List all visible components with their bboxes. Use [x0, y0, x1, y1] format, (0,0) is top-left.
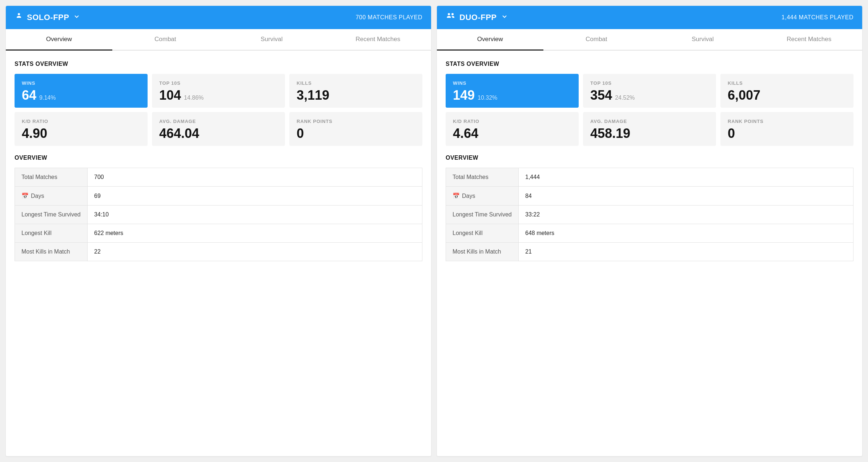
- duo-stat-value-row-5: 0: [728, 127, 735, 140]
- solo-stat-value-3: 4.90: [22, 127, 47, 140]
- solo-overview-row-value-4: 22: [88, 243, 422, 261]
- solo-stat-pct-0: 9.14%: [39, 95, 56, 101]
- solo-overview-row-label-2: Longest Time Survived: [15, 206, 88, 224]
- solo-stat-value-row-5: 0: [297, 127, 304, 140]
- duo-overview-row-value-2: 33:22: [519, 206, 853, 224]
- duo-stat-value-row-2: 6,007: [728, 89, 760, 102]
- solo-overview-row-value-0: 700: [88, 168, 422, 187]
- duo-overview-row-1: 📅Days84: [446, 187, 853, 206]
- duo-calendar-icon: 📅: [453, 193, 460, 199]
- solo-stat-label-2: KILLS: [297, 80, 312, 86]
- duo-stat-value-3: 4.64: [453, 127, 478, 140]
- duo-overview-row-label-1: 📅Days: [446, 187, 519, 206]
- solo-tab-overview[interactable]: Overview: [6, 29, 112, 51]
- duo-stats-overview-title: STATS OVERVIEW: [446, 61, 853, 67]
- solo-stat-card-top-10s: TOP 10S10414.86%: [152, 74, 285, 108]
- duo-overview-row-value-3: 648 meters: [519, 224, 853, 243]
- duo-tab-overview[interactable]: Overview: [437, 29, 543, 51]
- solo-stat-label-0: WINS: [22, 80, 35, 86]
- solo-overview-title: OVERVIEW: [15, 155, 422, 161]
- solo-stat-label-1: TOP 10S: [159, 80, 181, 86]
- duo-chevron-icon[interactable]: [502, 14, 507, 21]
- solo-stat-value-1: 104: [159, 89, 181, 102]
- solo-overview-row-value-2: 34:10: [88, 206, 422, 224]
- solo-stat-card-kills: KILLS3,119: [289, 74, 422, 108]
- solo-stat-card-avg--damage: AVG. DAMAGE464.04: [152, 112, 285, 146]
- duo-header-left: DUO-FPP: [446, 12, 507, 23]
- solo-stat-label-3: K/D RATIO: [22, 119, 48, 124]
- solo-stat-value-row-3: 4.90: [22, 127, 47, 140]
- duo-stat-pct-0: 10.32%: [478, 95, 497, 101]
- duo-stat-value-row-3: 4.64: [453, 127, 478, 140]
- solo-mode-label: SOLO-FPP: [27, 13, 69, 22]
- solo-calendar-icon: 📅: [21, 193, 29, 199]
- duo-stat-card-wins: WINS14910.32%: [446, 74, 579, 108]
- solo-stat-value-row-4: 464.04: [159, 127, 199, 140]
- solo-tab-combat[interactable]: Combat: [112, 29, 219, 51]
- solo-overview-row-2: Longest Time Survived34:10: [15, 206, 422, 224]
- solo-overview-row-3: Longest Kill622 meters: [15, 224, 422, 243]
- solo-tab-recent-matches[interactable]: Recent Matches: [325, 29, 431, 51]
- solo-stat-label-4: AVG. DAMAGE: [159, 119, 196, 124]
- duo-header: DUO-FPP1,444 MATCHES PLAYED: [437, 6, 862, 29]
- solo-overview-row-label-3: Longest Kill: [15, 224, 88, 243]
- solo-overview-row-value-1: 69: [88, 187, 422, 206]
- duo-overview-row-2: Longest Time Survived33:22: [446, 206, 853, 224]
- duo-overview-title: OVERVIEW: [446, 155, 853, 161]
- solo-stat-card-rank-points: RANK POINTS0: [289, 112, 422, 146]
- duo-overview-row-label-4: Most Kills in Match: [446, 243, 519, 261]
- duo-tab-survival[interactable]: Survival: [650, 29, 756, 51]
- duo-stat-value-2: 6,007: [728, 89, 760, 102]
- solo-overview-table: Total Matches700📅Days69Longest Time Surv…: [15, 168, 422, 261]
- duo-stat-value-0: 149: [453, 89, 475, 102]
- duo-body: STATS OVERVIEWWINS14910.32%TOP 10S35424.…: [437, 51, 862, 271]
- duo-mode-icon: [446, 12, 456, 23]
- solo-overview-row-4: Most Kills in Match22: [15, 243, 422, 261]
- solo-stat-value-2: 3,119: [297, 89, 329, 102]
- duo-overview-row-value-4: 21: [519, 243, 853, 261]
- solo-overview-row-label-1: 📅Days: [15, 187, 88, 206]
- duo-stat-card-k-d-ratio: K/D RATIO4.64: [446, 112, 579, 146]
- duo-stat-label-1: TOP 10S: [590, 80, 612, 86]
- solo-tab-survival[interactable]: Survival: [218, 29, 325, 51]
- solo-stat-label-5: RANK POINTS: [297, 119, 332, 124]
- solo-overview-row-0: Total Matches700: [15, 168, 422, 187]
- solo-stat-pct-1: 14.86%: [184, 95, 204, 101]
- duo-matches-played: 1,444 MATCHES PLAYED: [781, 14, 853, 21]
- solo-stat-card-wins: WINS649.14%: [15, 74, 148, 108]
- solo-overview-row-1: 📅Days69: [15, 187, 422, 206]
- duo-stat-card-top-10s: TOP 10S35424.52%: [583, 74, 716, 108]
- solo-stats-overview-title: STATS OVERVIEW: [15, 61, 422, 67]
- duo-stat-value-1: 354: [590, 89, 612, 102]
- duo-stat-value-row-4: 458.19: [590, 127, 630, 140]
- panel-duo: DUO-FPP1,444 MATCHES PLAYEDOverviewComba…: [437, 6, 862, 456]
- solo-overview-row-label-4: Most Kills in Match: [15, 243, 88, 261]
- panel-solo: SOLO-FPP700 MATCHES PLAYEDOverviewCombat…: [6, 6, 431, 456]
- duo-stats-grid: WINS14910.32%TOP 10S35424.52%KILLS6,007K…: [446, 74, 853, 146]
- duo-stat-card-avg--damage: AVG. DAMAGE458.19: [583, 112, 716, 146]
- duo-stat-label-2: KILLS: [728, 80, 743, 86]
- solo-stats-grid: WINS649.14%TOP 10S10414.86%KILLS3,119K/D…: [15, 74, 422, 146]
- solo-stat-value-0: 64: [22, 89, 36, 102]
- solo-header: SOLO-FPP700 MATCHES PLAYED: [6, 6, 431, 29]
- duo-stat-value-5: 0: [728, 127, 735, 140]
- solo-stat-value-row-2: 3,119: [297, 89, 329, 102]
- duo-overview-row-0: Total Matches1,444: [446, 168, 853, 187]
- duo-stat-pct-1: 24.52%: [615, 95, 635, 101]
- duo-stat-label-3: K/D RATIO: [453, 119, 479, 124]
- duo-stat-label-5: RANK POINTS: [728, 119, 763, 124]
- duo-overview-row-label-3: Longest Kill: [446, 224, 519, 243]
- solo-chevron-icon[interactable]: [74, 14, 79, 21]
- duo-tab-combat[interactable]: Combat: [543, 29, 650, 51]
- solo-body: STATS OVERVIEWWINS649.14%TOP 10S10414.86…: [6, 51, 431, 271]
- duo-tab-recent-matches[interactable]: Recent Matches: [756, 29, 863, 51]
- solo-stat-value-5: 0: [297, 127, 304, 140]
- duo-overview-row-value-1: 84: [519, 187, 853, 206]
- duo-stat-value-4: 458.19: [590, 127, 630, 140]
- solo-header-left: SOLO-FPP: [15, 12, 79, 23]
- svg-point-2: [451, 13, 454, 15]
- solo-stat-value-row-1: 10414.86%: [159, 89, 204, 102]
- solo-overview-row-label-0: Total Matches: [15, 168, 88, 187]
- solo-mode-icon: [15, 12, 23, 23]
- duo-mode-label: DUO-FPP: [459, 13, 497, 22]
